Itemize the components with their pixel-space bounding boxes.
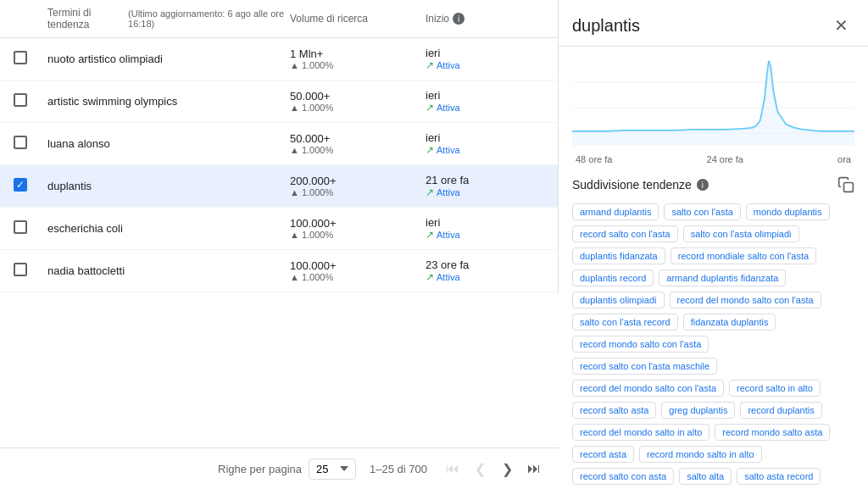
table-body: nuoto artistico olimpiadi 1 Mln+ ▲ 1.000… <box>0 38 558 292</box>
row-checkbox[interactable] <box>14 51 27 64</box>
trend-tag[interactable]: salto con l'asta record <box>572 314 678 331</box>
term-name: nadia battocletti <box>47 264 290 277</box>
attiva-badge: ↗ Attiva <box>426 102 544 114</box>
trend-tag[interactable]: record del mondo salto con l'asta <box>572 380 724 397</box>
trend-tag[interactable]: record mondiale salto con l'asta <box>670 247 816 264</box>
trend-tag[interactable]: salto asta record <box>737 468 821 485</box>
table-row[interactable]: luana alonso 50.000+ ▲ 1.000% ieri ↗ Att… <box>0 123 558 165</box>
close-button[interactable]: ✕ <box>827 12 854 39</box>
attiva-badge: ↗ Attiva <box>426 229 544 241</box>
trend-tag[interactable]: record duplantis <box>740 402 821 419</box>
rows-per-page-label: Righe per pagina <box>218 463 302 475</box>
row-checkbox[interactable] <box>14 263 27 276</box>
svg-rect-5 <box>844 183 854 192</box>
next-page-button[interactable]: ❯ <box>495 457 519 481</box>
suddivisione-info-icon: i <box>697 179 709 191</box>
copy-button[interactable] <box>837 176 854 193</box>
attiva-arrow: ↗ <box>426 186 434 198</box>
table-row[interactable]: artistic swimming olympics 50.000+ ▲ 1.0… <box>0 81 558 123</box>
trend-tag[interactable]: record salto asta <box>572 402 656 419</box>
table-row[interactable]: escherichia coli 100.000+ ▲ 1.000% ieri … <box>0 208 558 250</box>
volume-sub: ▲ 1.000% <box>290 60 426 70</box>
trend-tag[interactable]: record mondo salto con l'asta <box>572 336 709 353</box>
attiva-badge: ↗ Attiva <box>426 144 544 156</box>
prev-page-button[interactable]: ❮ <box>468 457 492 481</box>
trend-tag[interactable]: duplantis olimpiadi <box>572 292 665 308</box>
volume-sub: ▲ 1.000% <box>290 103 426 113</box>
rows-per-page-select[interactable]: 25 50 100 <box>309 458 356 480</box>
term-name: escherichia coli <box>47 222 290 235</box>
trend-chart <box>572 57 854 150</box>
trend-tag[interactable]: armand duplantis <box>572 203 659 220</box>
row-checkbox[interactable] <box>14 136 27 149</box>
volume-sub: ▲ 1.000% <box>290 187 426 197</box>
table-header: Termini di tendenza (Ultimo aggiornament… <box>0 0 558 38</box>
trend-tag[interactable]: fidanzata duplantis <box>683 314 776 331</box>
trend-tag[interactable]: mondo duplantis <box>746 203 830 220</box>
start-time: 21 ore fa <box>426 174 544 186</box>
suddivisione-title: Suddivisione tendenze i <box>572 178 709 192</box>
term-name: artistic swimming olympics <box>47 95 290 108</box>
start-time: ieri <box>426 89 544 102</box>
trend-tag[interactable]: duplantis record <box>572 270 654 286</box>
chart-label-24: 24 ore fa <box>707 154 743 164</box>
trend-tag[interactable]: armand duplantis fidanzata <box>659 270 786 286</box>
trend-tag[interactable]: record salto in alto <box>729 380 821 397</box>
attiva-arrow: ↗ <box>426 102 434 114</box>
table-row[interactable]: nuoto artistico olimpiadi 1 Mln+ ▲ 1.000… <box>0 38 558 81</box>
first-page-button[interactable]: ⏮ <box>441 457 465 481</box>
start-time: ieri <box>426 47 544 59</box>
trend-tag[interactable]: record mondo salto asta <box>715 424 830 441</box>
row-checkbox[interactable] <box>14 220 27 234</box>
start-time: ieri <box>426 131 544 144</box>
suddivisione-header: Suddivisione tendenze i <box>559 168 868 200</box>
trend-tag[interactable]: salto con l'asta <box>664 203 740 220</box>
volume-main: 100.000+ <box>290 217 426 230</box>
trend-tag[interactable]: duplantis fidanzata <box>572 247 665 264</box>
volume-main: 50.000+ <box>290 90 426 103</box>
volume-main: 50.000+ <box>290 132 426 145</box>
tags-container: armand duplantissalto con l'astamondo du… <box>559 200 868 489</box>
term-name: nuoto artistico olimpiadi <box>47 53 290 65</box>
col-term-sub: (Ultimo aggiornamento: 6 ago alle ore 16… <box>128 8 290 29</box>
attiva-badge: ↗ Attiva <box>426 186 544 198</box>
nav-buttons: ⏮ ❮ ❯ ⏭ <box>441 457 546 481</box>
trend-tag[interactable]: record del mondo salto con l'asta <box>670 292 821 308</box>
table-row[interactable]: nadia battocletti 100.000+ ▲ 1.000% 23 o… <box>0 250 558 292</box>
volume-main: 1 Mln+ <box>290 47 426 60</box>
trend-tag[interactable]: record del mondo salto in alto <box>572 424 709 441</box>
trend-tag[interactable]: record salto con l'asta maschile <box>572 358 717 375</box>
volume-sub: ▲ 1.000% <box>290 272 426 282</box>
trend-tag[interactable]: salto alta <box>679 468 732 485</box>
right-panel: duplantis ✕ 48 ore fa 24 ore fa ora <box>559 0 868 489</box>
row-checkbox[interactable]: ✓ <box>14 178 27 192</box>
attiva-arrow: ↗ <box>426 144 434 156</box>
chart-container: 48 ore fa 24 ore fa ora <box>559 47 868 168</box>
term-name: duplantis <box>47 180 290 192</box>
table-row-selected[interactable]: ✓ duplantis 200.000+ ▲ 1.000% 21 ore fa … <box>0 165 558 208</box>
col-inizio-label: Inizio <box>426 13 449 25</box>
trend-tag[interactable]: record salto con l'asta <box>572 225 678 242</box>
chart-labels: 48 ore fa 24 ore fa ora <box>572 154 854 164</box>
col-term-label: Termini di tendenza <box>47 7 125 31</box>
volume-sub: ▲ 1.000% <box>290 145 426 155</box>
right-panel-title: duplantis <box>572 16 640 36</box>
volume-sub: ▲ 1.000% <box>290 230 426 240</box>
last-page-button[interactable]: ⏭ <box>522 457 546 481</box>
attiva-arrow: ↗ <box>426 59 434 71</box>
trend-tag[interactable]: record asta <box>572 446 634 463</box>
trend-tag[interactable]: salto con l'asta olimpiadi <box>683 225 799 242</box>
attiva-badge: ↗ Attiva <box>426 59 544 71</box>
attiva-arrow: ↗ <box>426 229 434 241</box>
attiva-badge: ↗ Attiva <box>426 271 544 283</box>
row-checkbox[interactable] <box>14 93 27 107</box>
trend-tag[interactable]: record salto con asta <box>572 468 674 485</box>
page-info: 1–25 di 700 <box>370 463 427 475</box>
col-volume-label: Volume di ricerca <box>290 13 368 25</box>
pagination: Righe per pagina 25 50 100 1–25 di 700 ⏮… <box>0 447 559 489</box>
start-time: ieri <box>426 216 544 229</box>
attiva-arrow: ↗ <box>426 271 434 283</box>
trend-tag[interactable]: greg duplantis <box>661 402 735 419</box>
start-time: 23 ore fa <box>426 258 544 271</box>
trend-tag[interactable]: record mondo salto in alto <box>639 446 762 463</box>
